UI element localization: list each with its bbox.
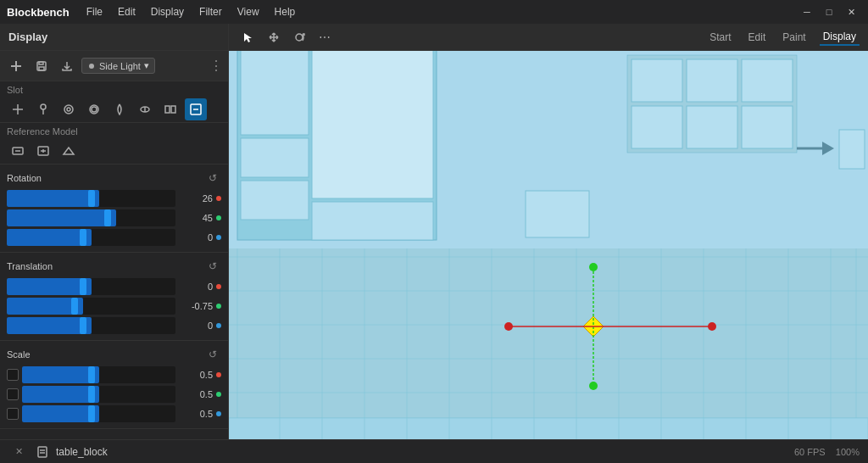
move-tool-button[interactable] <box>263 26 285 48</box>
toolbar-row: Side Light ▾ ⋮ <box>0 51 228 81</box>
svg-rect-36 <box>632 106 682 148</box>
minimize-button[interactable]: ─ <box>797 3 817 20</box>
dropdown-arrow: ▾ <box>144 60 149 71</box>
app-name: Blockbench <box>7 6 70 19</box>
slot-icon-8[interactable] <box>185 98 207 120</box>
rotation-x-indicator <box>216 196 221 201</box>
scale-y-checkbox[interactable] <box>7 388 19 400</box>
ref-model-icon-3[interactable] <box>58 140 80 162</box>
tab-paint[interactable]: Paint <box>779 30 809 45</box>
rotation-header: Rotation ↺ <box>7 170 221 187</box>
translation-x-slider[interactable] <box>7 278 175 295</box>
status-right: 60 FPS 100% <box>794 447 860 457</box>
tab-edit[interactable]: Edit <box>745 30 770 45</box>
close-file-button[interactable]: ✕ <box>8 443 29 460</box>
scale-header: Scale ↺ <box>7 346 221 363</box>
rotation-y-row: 45 <box>7 209 221 226</box>
rotation-y-value: 45 <box>179 213 213 223</box>
save-button[interactable] <box>31 55 53 77</box>
svg-rect-11 <box>92 107 97 112</box>
scale-x-value: 0.5 <box>179 370 213 380</box>
menu-file[interactable]: File <box>80 4 109 20</box>
svg-rect-38 <box>742 106 793 148</box>
slot-icons <box>7 98 221 120</box>
ref-model-icons <box>7 140 221 162</box>
titlebar: Blockbench File Edit Display Filter View… <box>0 0 868 24</box>
svg-rect-2 <box>39 62 43 64</box>
svg-point-9 <box>67 108 70 111</box>
slot-icon-2[interactable] <box>32 98 54 120</box>
light-label: Side Light <box>99 61 141 71</box>
translation-header: Translation ↺ <box>7 258 221 275</box>
slot-icon-6[interactable] <box>134 98 156 120</box>
scale-z-row: 0.5 <box>7 405 221 422</box>
menu-help[interactable]: Help <box>268 4 303 20</box>
svg-rect-42 <box>526 191 589 237</box>
svg-rect-1 <box>39 67 44 70</box>
slot-icon-1[interactable] <box>7 98 29 120</box>
translation-y-indicator <box>216 304 221 309</box>
slot-icon-7[interactable] <box>159 98 181 120</box>
translation-reset-button[interactable]: ↺ <box>204 258 221 275</box>
tab-start[interactable]: Start <box>706 30 734 45</box>
rotation-reset-button[interactable]: ↺ <box>204 170 221 187</box>
status-bar: ✕ table_block 60 FPS 100% <box>0 439 868 463</box>
slot-icon-5[interactable] <box>108 98 131 120</box>
cursor-tool-button[interactable] <box>237 26 259 48</box>
menu-filter[interactable]: Filter <box>192 4 229 20</box>
slot-label: Slot <box>7 85 221 95</box>
status-left: ✕ table_block <box>8 443 108 460</box>
viewport-canvas[interactable] <box>229 51 868 439</box>
ref-model-icon-2[interactable] <box>32 140 54 162</box>
translation-z-slider[interactable] <box>7 317 175 334</box>
slot-icon-4[interactable] <box>83 98 105 120</box>
rotation-z-value: 0 <box>179 232 213 243</box>
rotation-x-value: 26 <box>179 193 213 204</box>
scale-reset-button[interactable]: ↺ <box>204 346 221 363</box>
menu-display[interactable]: Display <box>144 4 191 20</box>
scale-y-indicator <box>216 392 221 397</box>
left-panel: Display Side Light ▾ ⋮ Slot <box>0 24 229 439</box>
svg-rect-31 <box>312 202 433 240</box>
scale-x-slider[interactable] <box>22 366 175 383</box>
rotation-section: Rotation ↺ 26 45 <box>0 165 228 253</box>
svg-point-6 <box>41 104 46 109</box>
scale-x-checkbox[interactable] <box>7 369 19 381</box>
svg-rect-15 <box>171 106 175 113</box>
panel-header: Display <box>0 24 228 51</box>
add-button[interactable] <box>5 55 27 77</box>
menu-edit[interactable]: Edit <box>111 4 142 20</box>
maximize-button[interactable]: □ <box>819 3 839 20</box>
tab-display[interactable]: Display <box>820 29 860 46</box>
scale-y-value: 0.5 <box>179 389 213 399</box>
scale-z-slider[interactable] <box>22 405 175 422</box>
scale-x-indicator <box>216 372 221 377</box>
more-options-button[interactable]: ⋮ <box>209 58 223 74</box>
import-button[interactable] <box>56 55 78 77</box>
slot-icon-3[interactable] <box>58 98 80 120</box>
rotate-tool-button[interactable] <box>288 26 310 48</box>
rotation-label: Rotation <box>7 173 42 183</box>
svg-rect-88 <box>38 447 47 457</box>
close-button[interactable]: ✕ <box>841 3 861 20</box>
rotation-y-indicator <box>216 215 221 220</box>
viewport-area: ⋯ Start Edit Paint Display <box>229 24 868 439</box>
svg-rect-14 <box>165 106 170 113</box>
rotation-y-slider[interactable] <box>7 209 175 226</box>
svg-rect-33 <box>632 59 682 102</box>
ref-model-icon-1[interactable] <box>7 140 29 162</box>
svg-rect-37 <box>687 106 737 148</box>
ref-model-label: Reference Model <box>7 126 221 137</box>
menu-view[interactable]: View <box>231 4 266 20</box>
rotation-z-slider[interactable] <box>7 229 175 246</box>
rotation-x-slider[interactable] <box>7 190 175 207</box>
translation-y-slider[interactable] <box>7 298 175 315</box>
slot-section: Slot <box>0 81 228 123</box>
scale-y-slider[interactable] <box>22 386 175 403</box>
dots-tool-button[interactable]: ⋯ <box>314 26 336 48</box>
light-dropdown[interactable]: Side Light ▾ <box>81 58 155 74</box>
rotation-z-indicator <box>216 235 221 240</box>
fps-display: 60 FPS <box>794 447 826 457</box>
svg-point-8 <box>64 105 73 114</box>
scale-z-checkbox[interactable] <box>7 408 19 420</box>
